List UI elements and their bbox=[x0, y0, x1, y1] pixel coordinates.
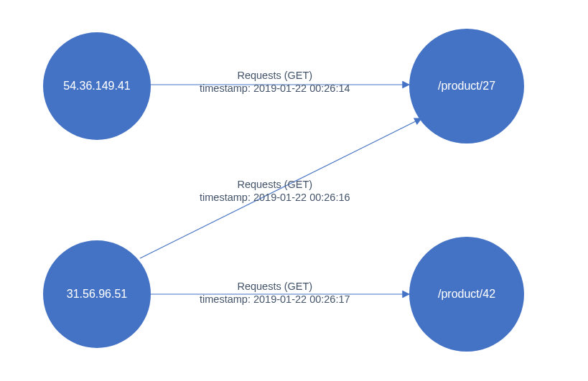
node-ip2-label: 31.56.96.51 bbox=[67, 288, 128, 301]
edge-label-2-line2: timestamp: 2019-01-22 00:26:16 bbox=[200, 192, 350, 203]
edge-label-1-line1: Requests (GET) bbox=[237, 70, 312, 81]
node-prod42: /product/42 bbox=[409, 237, 524, 352]
edge-label-3: Requests (GET) timestamp: 2019-01-22 00:… bbox=[200, 280, 350, 306]
edge-label-2: Requests (GET) timestamp: 2019-01-22 00:… bbox=[200, 178, 350, 204]
node-ip2: 31.56.96.51 bbox=[43, 240, 151, 348]
edge-label-1-line2: timestamp: 2019-01-22 00:26:14 bbox=[200, 83, 350, 94]
node-prod42-label: /product/42 bbox=[438, 288, 495, 301]
node-prod27: /product/27 bbox=[409, 29, 524, 144]
edge-label-3-line1: Requests (GET) bbox=[237, 281, 312, 292]
edge-label-3-line2: timestamp: 2019-01-22 00:26:17 bbox=[200, 293, 350, 305]
node-ip1-label: 54.36.149.41 bbox=[63, 80, 130, 93]
node-prod27-label: /product/27 bbox=[438, 80, 495, 93]
edge-label-1: Requests (GET) timestamp: 2019-01-22 00:… bbox=[200, 69, 350, 95]
node-ip1: 54.36.149.41 bbox=[43, 32, 151, 140]
edge-label-2-line1: Requests (GET) bbox=[237, 179, 312, 190]
